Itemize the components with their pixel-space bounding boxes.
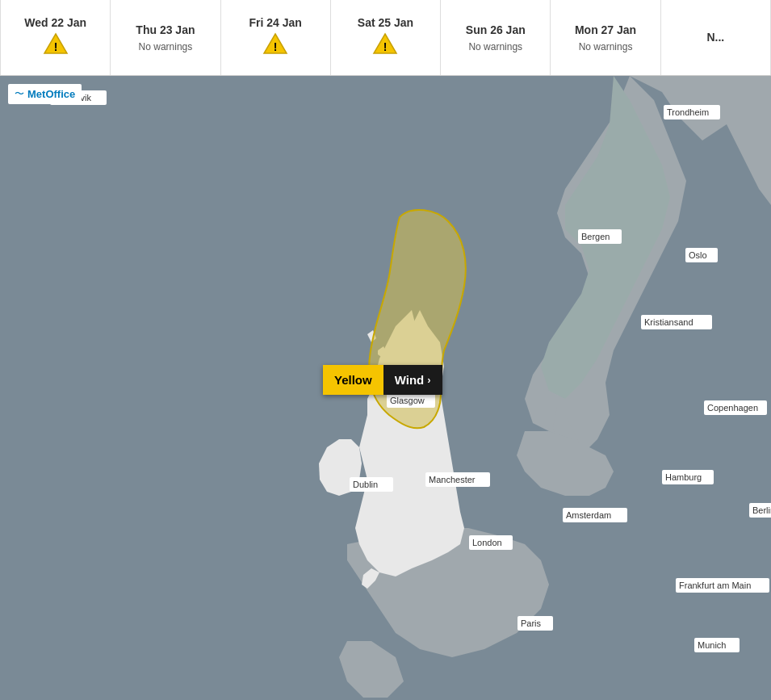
svg-text:Trondheim: Trondheim xyxy=(667,107,709,117)
warning-triangle-icon: ! xyxy=(43,31,69,60)
svg-text:Copenhagen: Copenhagen xyxy=(707,403,758,413)
warning-level: Yellow xyxy=(323,365,383,395)
day-navigation: Wed 22 Jan!Thu 23 JanNo warningsFri 24 J… xyxy=(0,0,771,76)
day-label: Mon 27 Jan xyxy=(575,23,636,37)
no-warnings-text: No warnings xyxy=(468,41,522,52)
svg-text:Manchester: Manchester xyxy=(429,475,476,484)
svg-text:Munich: Munich xyxy=(698,640,726,650)
day-cell-mon-27[interactable]: Mon 27 JanNo warnings xyxy=(551,0,660,75)
svg-text:Oslo: Oslo xyxy=(689,250,707,260)
map-container: 〜 MetOffice xyxy=(0,76,771,700)
day-label: N... xyxy=(706,30,724,44)
day-cell-tue-28[interactable]: N... xyxy=(661,0,771,75)
day-cell-thu-23[interactable]: Thu 23 JanNo warnings xyxy=(111,0,220,75)
warning-triangle-icon: ! xyxy=(372,31,398,60)
svg-text:Bergen: Bergen xyxy=(581,232,610,241)
no-warnings-text: No warnings xyxy=(579,41,633,52)
svg-text:!: ! xyxy=(53,40,57,53)
svg-text:Kristiansand: Kristiansand xyxy=(644,317,693,327)
day-label: Thu 23 Jan xyxy=(136,23,195,37)
day-cell-fri-24[interactable]: Fri 24 Jan! xyxy=(221,0,331,75)
warning-type[interactable]: Wind › xyxy=(383,365,442,395)
svg-text:!: ! xyxy=(274,40,278,53)
svg-text:Berlin: Berlin xyxy=(752,505,771,515)
no-warnings-text: No warnings xyxy=(139,41,193,52)
warning-type-label: Wind xyxy=(395,373,425,387)
day-label: Fri 24 Jan xyxy=(249,15,302,30)
logo-waves-icon: 〜 xyxy=(15,87,24,101)
svg-text:Dublin: Dublin xyxy=(353,480,378,489)
day-label: Sun 26 Jan xyxy=(466,23,526,37)
svg-text:Amsterdam: Amsterdam xyxy=(566,510,611,520)
svg-text:Glasgow: Glasgow xyxy=(390,396,425,405)
day-cell-sat-25[interactable]: Sat 25 Jan! xyxy=(331,0,441,75)
warning-tooltip[interactable]: Yellow Wind › xyxy=(323,365,442,395)
svg-text:London: London xyxy=(472,538,502,547)
day-label: Sat 25 Jan xyxy=(358,15,413,30)
day-cell-wed-22[interactable]: Wed 22 Jan! xyxy=(0,0,111,75)
svg-text:Hamburg: Hamburg xyxy=(665,472,702,482)
svg-text:!: ! xyxy=(383,40,388,53)
logo-text: MetOffice xyxy=(27,88,75,100)
svg-text:Frankfurt am Main: Frankfurt am Main xyxy=(679,581,751,590)
day-label: Wed 22 Jan xyxy=(24,15,86,30)
svg-text:Paris: Paris xyxy=(521,618,542,628)
arrow-icon: › xyxy=(427,374,430,386)
day-cell-sun-26[interactable]: Sun 26 JanNo warnings xyxy=(441,0,551,75)
warning-triangle-icon: ! xyxy=(262,31,288,60)
metoffice-logo: 〜 MetOffice xyxy=(8,84,82,104)
